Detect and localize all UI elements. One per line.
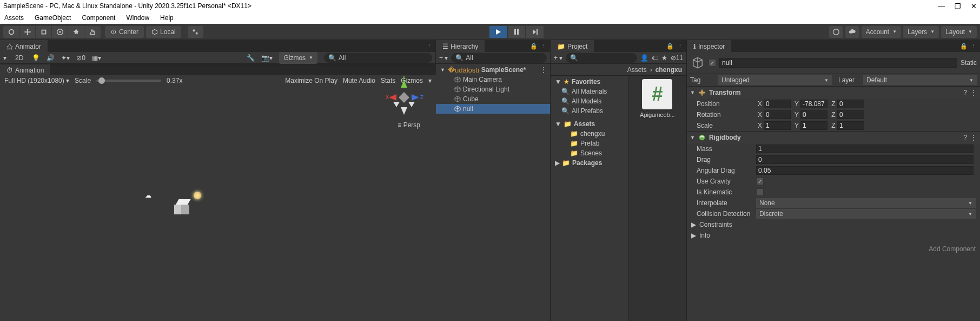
filter-icon[interactable]: 👤 — [640, 54, 648, 62]
filter-tag-icon[interactable]: 🏷 — [652, 54, 658, 62]
crumb-assets[interactable]: Assets — [627, 66, 647, 74]
minimize-icon[interactable]: — — [938, 2, 945, 10]
tag-dropdown[interactable]: Untagged — [718, 75, 832, 85]
close-icon[interactable]: ✕ — [971, 2, 977, 10]
assets-root[interactable]: ▼📁Assets — [551, 119, 628, 129]
layer-dropdown[interactable]: Default — [863, 75, 977, 85]
hierarchy-item[interactable]: Cube — [436, 94, 550, 104]
rotate-tool-icon[interactable] — [36, 26, 52, 38]
pos-x-input[interactable] — [764, 100, 791, 108]
tab-animator[interactable]: Animator — [0, 40, 48, 52]
tab-menu-icon[interactable]: ⋮ — [426, 43, 432, 50]
shading-dropdown[interactable]: ▾ — [3, 54, 6, 62]
active-checkbox[interactable]: ✓ — [708, 59, 716, 67]
menu-gameobject[interactable]: GameObject — [35, 14, 71, 22]
rect-tool-icon[interactable] — [68, 26, 84, 38]
crumb-folder[interactable]: chengxu — [655, 66, 682, 74]
snap-icon[interactable] — [188, 26, 204, 38]
fx-icon[interactable]: ✦▾ — [61, 54, 70, 62]
cloud-icon[interactable] — [845, 26, 859, 38]
menu-component[interactable]: Component — [82, 14, 115, 22]
transform-header[interactable]: ▼ Transform ?⋮ — [687, 87, 980, 99]
hand-tool-icon[interactable] — [3, 26, 19, 38]
hierarchy-item-selected[interactable]: null — [436, 104, 550, 114]
menu-help[interactable]: Help — [160, 14, 174, 22]
scene-root[interactable]: ▼�událostiSampleScene*⋮ — [436, 65, 550, 75]
perspective-label[interactable]: ≡ Persp — [398, 121, 420, 129]
rot-z-input[interactable] — [837, 110, 864, 119]
pos-y-input[interactable] — [800, 100, 827, 108]
mass-input[interactable] — [756, 145, 974, 153]
interpolate-dropdown[interactable]: None — [756, 198, 976, 208]
play-button[interactable] — [489, 26, 507, 38]
hier-lock-icon[interactable]: 🔒 — [530, 43, 538, 50]
mute-toggle[interactable]: Mute Audio — [343, 77, 375, 84]
filter-star-icon[interactable]: ★ — [661, 54, 667, 62]
camera-icon[interactable]: 📷▾ — [261, 54, 273, 62]
move-tool-icon[interactable] — [19, 26, 36, 38]
grid-icon[interactable]: ▦▾ — [92, 54, 101, 62]
fav-item[interactable]: 🔍 All Models — [551, 96, 628, 106]
audio-icon[interactable]: 🔊 — [47, 54, 55, 62]
hidden-icon[interactable]: ⊘0 — [76, 54, 85, 62]
hier-menu-icon[interactable]: ⋮ — [541, 43, 547, 50]
menu-assets[interactable]: Assets — [4, 14, 24, 22]
project-search[interactable]: 🔍 — [566, 53, 637, 63]
object-name-input[interactable] — [719, 58, 957, 68]
favorites-root[interactable]: ▼★Favorites — [551, 77, 628, 87]
info-foldout[interactable]: ▶Info — [687, 230, 980, 241]
tab-inspector[interactable]: ℹ Inspector — [687, 40, 731, 52]
fav-item[interactable]: 🔍 All Prefabs — [551, 106, 628, 116]
menu-window[interactable]: Window — [126, 14, 149, 22]
kinematic-checkbox[interactable] — [756, 188, 764, 196]
scale-y-input[interactable] — [800, 121, 827, 130]
hierarchy-search[interactable]: 🔍 All — [451, 53, 547, 63]
rotation-local-button[interactable]: Local — [146, 26, 181, 38]
pause-button[interactable] — [508, 26, 525, 38]
pos-z-input[interactable] — [837, 100, 864, 108]
create-dropdown[interactable]: + ▾ — [439, 54, 448, 62]
drag-input[interactable] — [756, 155, 974, 164]
folder-item[interactable]: 📁Prefab — [551, 139, 628, 148]
scene-search[interactable]: 🔍 All — [324, 53, 432, 63]
scale-tool-icon[interactable] — [52, 26, 68, 38]
gravity-checkbox[interactable]: ✓ — [756, 178, 764, 185]
hierarchy-item[interactable]: Directional Light — [436, 84, 550, 94]
packages-root[interactable]: ▶📁Packages — [551, 158, 628, 168]
help-icon[interactable]: ? — [963, 89, 967, 96]
maximize-toggle[interactable]: Maximize On Play — [285, 77, 337, 84]
layout-dropdown[interactable]: Layout — [941, 26, 977, 38]
hidden-count[interactable]: ⊘11 — [671, 54, 683, 62]
step-button[interactable] — [526, 26, 544, 38]
lighting-icon[interactable]: 💡 — [32, 54, 40, 62]
tab-project[interactable]: 📁 Project — [551, 40, 594, 52]
maximize-icon[interactable]: ❐ — [955, 2, 961, 10]
tools-icon[interactable]: 🔧 — [247, 54, 255, 62]
hierarchy-item[interactable]: Main Camera — [436, 75, 550, 84]
scale-x-input[interactable] — [764, 121, 791, 130]
gizmos-dropdown[interactable]: Gizmos — [279, 52, 317, 64]
cube-object[interactable] — [174, 200, 189, 215]
rot-x-input[interactable] — [764, 110, 791, 119]
angular-drag-input[interactable] — [756, 166, 974, 175]
insp-lock-icon[interactable]: 🔒 — [960, 43, 968, 50]
comp-menu-icon[interactable]: ⋮ — [970, 134, 977, 141]
add-component-button[interactable]: Add Component — [929, 245, 976, 253]
proj-menu-icon[interactable]: ⋮ — [677, 43, 683, 50]
tab-hierarchy[interactable]: ☰ Hierarchy — [436, 40, 485, 52]
insp-menu-icon[interactable]: ⋮ — [971, 43, 977, 50]
static-label[interactable]: Static — [961, 59, 977, 67]
account-dropdown[interactable]: Account — [862, 26, 901, 38]
resolution-dropdown[interactable]: Full HD (1920x1080) ▾ — [4, 77, 69, 84]
rigidbody-header[interactable]: ▼ Rigidbody ?⋮ — [687, 132, 980, 143]
help-icon[interactable]: ? — [963, 134, 967, 141]
layers-dropdown[interactable]: Layers — [903, 26, 939, 38]
rot-y-input[interactable] — [800, 110, 827, 119]
fav-item[interactable]: 🔍 All Materials — [551, 87, 628, 96]
pivot-center-button[interactable]: Center — [105, 26, 144, 38]
scale-z-input[interactable] — [837, 121, 864, 130]
transform-tool-icon[interactable] — [84, 26, 101, 38]
asset-thumbnail[interactable]: # — [642, 79, 672, 109]
collision-dropdown[interactable]: Discrete — [756, 209, 976, 219]
comp-menu-icon[interactable]: ⋮ — [970, 89, 977, 96]
